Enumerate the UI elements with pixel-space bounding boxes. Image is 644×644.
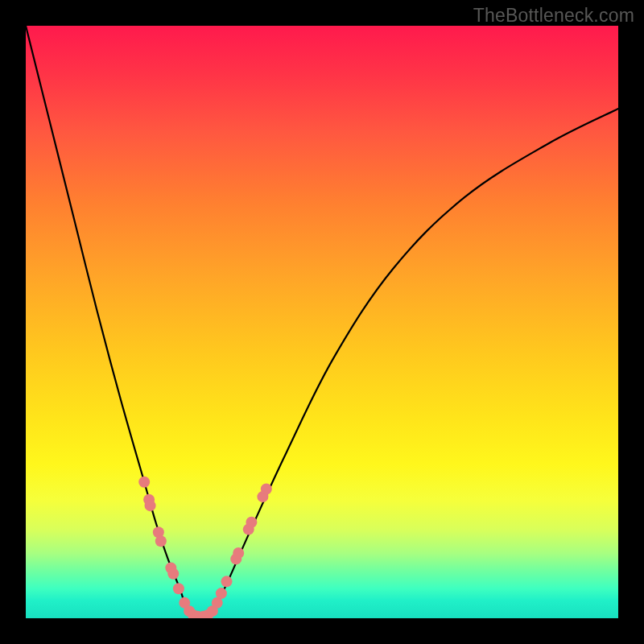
data-dot: [216, 588, 227, 599]
dots-group: [138, 477, 272, 618]
data-dot: [145, 500, 156, 511]
data-dot: [155, 535, 167, 547]
data-dot: [138, 477, 150, 488]
data-dot: [173, 583, 184, 594]
data-dot: [167, 568, 179, 580]
dots-layer: [26, 26, 618, 618]
outer-frame: TheBottleneck.com: [0, 0, 644, 644]
data-dot: [221, 576, 233, 587]
data-dot: [261, 484, 272, 495]
watermark-text: TheBottleneck.com: [473, 5, 634, 27]
data-dot: [233, 547, 244, 559]
plot-area: [26, 26, 618, 618]
data-dot: [246, 517, 257, 528]
